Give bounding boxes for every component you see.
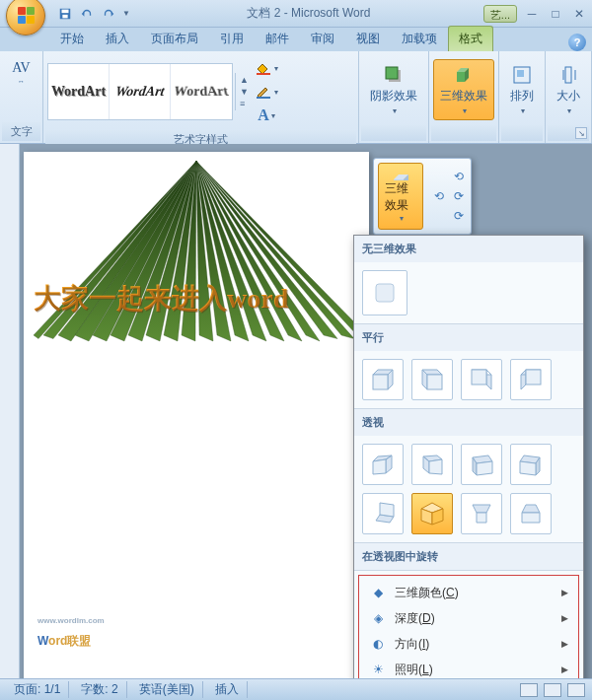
status-bar: 页面: 1/1 字数: 2 英语(美国) 插入 [0, 678, 592, 700]
perspective-preset[interactable] [510, 493, 552, 534]
no-3d-header: 无三维效果 [354, 236, 583, 262]
tilt-left-button[interactable]: ⟲ [429, 186, 449, 206]
parallel-preset[interactable] [362, 359, 404, 400]
perspective-preset[interactable] [510, 444, 552, 485]
popup-3d-button[interactable]: 三维效果▾ [378, 163, 423, 230]
parallel-presets [354, 351, 583, 408]
char-spacing-icon: AV [12, 60, 30, 76]
floating-3d-toolbar: 三维效果▾ ⟲ ⟲ ⟳ ⟳ [373, 158, 472, 235]
3d-effects-dropdown: 无三维效果 平行 透视 在透视图中旋转 ◆三维颜色(C)▶ ◈深度(D [353, 235, 584, 696]
menu-3d-color[interactable]: ◆三维颜色(C)▶ [363, 580, 574, 605]
perspective-preset-selected[interactable] [411, 493, 453, 534]
wordart-style-1[interactable]: WordArt [48, 64, 110, 119]
tab-format[interactable]: 格式 [448, 26, 493, 51]
close-button[interactable]: ✕ [568, 5, 590, 23]
perspective-preset[interactable] [461, 444, 502, 485]
shape-fill-button[interactable]: ▾ [255, 57, 278, 79]
watermark: www.wordlm.com Word联盟 [37, 616, 105, 651]
tab-home[interactable]: 开始 [49, 26, 95, 51]
office-logo-icon [18, 7, 35, 24]
wordart-text[interactable]: 大家一起来进入word [34, 280, 288, 317]
threeD-effect-button[interactable]: 三维效果▾ [433, 59, 494, 120]
parallel-preset[interactable] [510, 359, 552, 400]
ribbon-group-wordart-styles: WordArt WordArt WordArt ▲ ▼ ≡ ▾ ▾ A▾ 艺术字… [43, 51, 359, 143]
change-shape-button[interactable]: A▾ [255, 105, 278, 126]
tab-pagelayout[interactable]: 页面布局 [140, 26, 209, 51]
preset-no-3d[interactable] [362, 270, 407, 315]
shape-outline-button[interactable]: ▾ [255, 81, 278, 103]
qat-customize-dropdown[interactable]: ▼ [122, 9, 130, 18]
rotate-header: 在透视图中旋转 [354, 543, 583, 570]
svg-rect-14 [427, 375, 442, 389]
parallel-preset[interactable] [411, 359, 453, 400]
view-web-layout[interactable] [567, 683, 585, 697]
perspective-preset[interactable] [362, 493, 404, 534]
help-button[interactable]: ? [568, 34, 586, 51]
status-insert-mode[interactable]: 插入 [207, 681, 248, 698]
tilt-up-button[interactable]: ⟲ [449, 167, 469, 186]
threeD-icon [453, 64, 475, 86]
page[interactable]: 大家一起来进入word www.wordlm.com Word联盟 [24, 152, 369, 684]
tab-insert[interactable]: 插入 [95, 26, 140, 51]
vertical-ruler[interactable] [0, 144, 20, 678]
tab-review[interactable]: 审阅 [300, 26, 345, 51]
tilt-down-button[interactable]: ⟳ [449, 206, 469, 226]
perspective-header: 透视 [354, 409, 583, 436]
ribbon-group-shadow: 阴影效果▾ [359, 51, 429, 143]
svg-rect-2 [62, 14, 67, 18]
ribbon-group-size: 大小▾ ↘ [546, 51, 592, 143]
save-icon [58, 7, 72, 21]
tab-references[interactable]: 引用 [209, 26, 255, 51]
ribbon: AV ↔ 文字 WordArt WordArt WordArt ▲ ▼ ≡ ▾ … [0, 51, 592, 144]
svg-rect-16 [526, 370, 541, 385]
spacing-button[interactable]: AV ↔ [5, 55, 37, 90]
tilt-controls: ⟲ ⟲ ⟳ ⟳ [429, 163, 469, 230]
perspective-preset[interactable] [411, 444, 453, 485]
tab-view[interactable]: 视图 [345, 26, 391, 51]
status-language[interactable]: 英语(美国) [131, 681, 203, 698]
status-wordcount[interactable]: 字数: 2 [73, 681, 126, 698]
title-bar: ▼ 文档 2 - Microsoft Word 艺... ─ □ ✕ [0, 0, 592, 28]
tilt-right-button[interactable]: ⟳ [449, 186, 469, 206]
view-print-layout[interactable] [520, 683, 538, 697]
ribbon-group-threeD: 三维效果▾ [429, 51, 499, 143]
minimize-button[interactable]: ─ [521, 5, 543, 23]
shadow-icon [383, 64, 405, 86]
contextual-tab-label: 艺... [483, 5, 517, 23]
perspective-preset[interactable] [461, 493, 502, 534]
perspective-preset[interactable] [362, 444, 404, 485]
dialog-launcher-size[interactable]: ↘ [575, 127, 587, 139]
menu-depth[interactable]: ◈深度(D)▶ [363, 605, 574, 631]
parallel-header: 平行 [354, 324, 583, 351]
tab-addins[interactable]: 加载项 [391, 26, 448, 51]
ribbon-label-text: 文字 [2, 122, 40, 141]
quick-access-toolbar: ▼ [51, 0, 134, 28]
menu-direction[interactable]: ◐方向(I)▶ [363, 631, 574, 657]
save-button[interactable] [55, 4, 75, 24]
status-page[interactable]: 页面: 1/1 [6, 681, 69, 698]
undo-button[interactable] [77, 4, 97, 24]
view-full-reading[interactable] [544, 683, 561, 697]
wordart-gallery[interactable]: WordArt WordArt WordArt [47, 63, 233, 120]
office-button[interactable] [6, 0, 45, 35]
parallel-preset[interactable] [461, 359, 502, 400]
arrange-icon [511, 64, 533, 86]
svg-rect-15 [472, 370, 486, 385]
window-controls: ─ □ ✕ [521, 5, 592, 23]
shadow-effect-button[interactable]: 阴影效果▾ [363, 59, 424, 120]
maximize-button[interactable]: □ [545, 5, 566, 23]
redo-button[interactable] [99, 4, 118, 24]
svg-rect-6 [386, 67, 398, 79]
svg-rect-7 [457, 72, 465, 82]
tab-mailings[interactable]: 邮件 [255, 26, 300, 51]
perspective-presets [354, 436, 583, 542]
size-button[interactable]: 大小▾ [550, 59, 587, 120]
wordart-style-2[interactable]: WordArt [110, 64, 171, 119]
redo-icon [102, 7, 115, 21]
window-title: 文档 2 - Microsoft Word [134, 5, 483, 22]
pen-icon [255, 85, 272, 99]
arrange-button[interactable]: 排列▾ [503, 59, 541, 120]
wordart-style-3[interactable]: WordArt [171, 64, 232, 119]
wordart-3d-object[interactable] [24, 152, 369, 388]
letter-a-icon: A [258, 106, 269, 124]
